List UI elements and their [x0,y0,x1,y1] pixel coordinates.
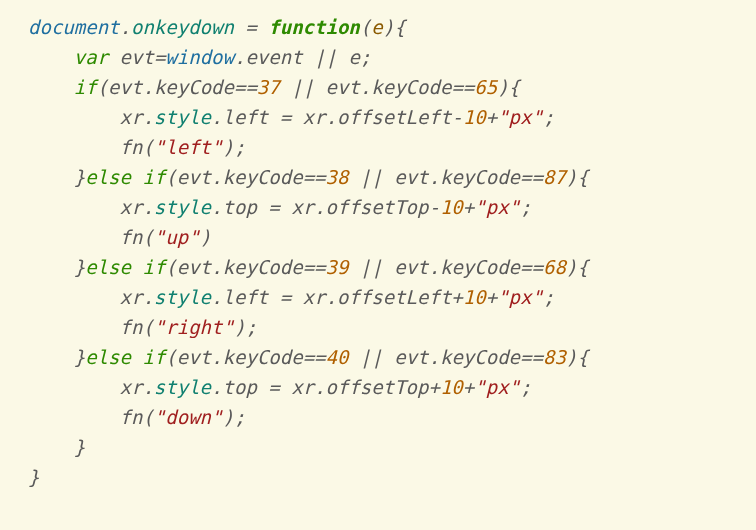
tok-paren-open: ( [165,256,176,278]
tok-dot: . [234,46,245,68]
tok-dot: . [211,376,222,398]
tok-paren-close: ) [223,406,234,428]
tok-px: "px" [474,376,520,398]
tok-plus: + [428,376,439,398]
tok-px: "px" [474,196,520,218]
tok-str-left: "left" [154,136,223,158]
tok-eqeq: == [303,346,326,368]
tok-assign: = [268,286,302,308]
code-line: document.onkeydown = function(e){ [28,16,406,38]
tok-dot: . [429,346,440,368]
tok-onkeydown: onkeydown [131,16,234,38]
tok-brace-open: { [577,256,588,278]
tok-assign: = [268,106,302,128]
tok-semi: ; [520,196,531,218]
tok-top: top [223,376,257,398]
tok-dot: . [142,376,153,398]
tok-evt: evt [108,76,142,98]
tok-paren-open: ( [165,346,176,368]
code-line: }else if(evt.keyCode==38 || evt.keyCode=… [28,166,589,188]
tok-paren-open: ( [142,316,153,338]
code-line: fn("up") [28,226,211,248]
tok-semi: ; [543,286,554,308]
tok-indent [28,436,74,458]
tok-paren-open: ( [165,166,176,188]
code-line: }else if(evt.keyCode==39 || evt.keyCode=… [28,256,589,278]
tok-indent [28,136,120,158]
tok-xr: xr [120,376,143,398]
tok-indent [28,406,120,428]
tok-or: || [348,256,394,278]
tok-style: style [154,196,211,218]
tok-plus: + [486,106,497,128]
code-line: }else if(evt.keyCode==40 || evt.keyCode=… [28,346,589,368]
tok-eqeq: == [234,76,257,98]
tok-evt: evt [394,346,428,368]
tok-dot: . [211,106,222,128]
tok-minus: - [451,106,462,128]
tok-evt: evt [394,166,428,188]
tok-dot: . [120,16,131,38]
tok-evt: evt [177,346,211,368]
tok-paren-open: ( [142,226,153,248]
tok-eqeq: == [520,346,543,368]
code-block: document.onkeydown = function(e){ var ev… [28,12,740,492]
tok-eqeq: == [303,166,326,188]
tok-xr: xr [303,106,326,128]
tok-plus: + [463,196,474,218]
tok-indent [28,76,74,98]
code-line: } [28,466,39,488]
tok-dot: . [326,286,337,308]
tok-keycode: keyCode [440,346,520,368]
tok-10: 10 [440,376,463,398]
tok-65: 65 [474,76,497,98]
tok-var: var [74,46,108,68]
tok-sp [131,346,142,368]
tok-if: if [74,76,97,98]
tok-keycode: keyCode [223,256,303,278]
tok-keycode: keyCode [440,256,520,278]
tok-paren-open: ( [142,136,153,158]
tok-fn: fn [120,316,143,338]
code-line: fn("left"); [28,136,245,158]
code-line: fn("down"); [28,406,245,428]
tok-indent [28,256,74,278]
tok-plus: + [451,286,462,308]
tok-brace-close: } [74,346,85,368]
tok-dot: . [142,106,153,128]
tok-indent [28,346,74,368]
tok-paren-close: ) [566,346,577,368]
tok-paren-open: ( [360,16,371,38]
tok-paren-close: ) [223,136,234,158]
tok-dot: . [429,256,440,278]
tok-eqeq: == [451,76,474,98]
tok-dot: . [326,106,337,128]
tok-event: event [245,46,302,68]
tok-style: style [154,106,211,128]
tok-paren-open: ( [97,76,108,98]
tok-sp [108,46,119,68]
tok-keycode: keyCode [223,166,303,188]
tok-paren-close: ) [234,316,245,338]
tok-68: 68 [543,256,566,278]
tok-or: || [348,166,394,188]
tok-paren-close: ) [383,16,394,38]
code-line: fn("right"); [28,316,257,338]
tok-brace-close: } [74,166,85,188]
tok-function: function [268,16,360,38]
tok-keycode: keyCode [223,346,303,368]
tok-dot: . [211,346,222,368]
tok-or: || [280,76,326,98]
tok-else: else [85,346,131,368]
tok-10: 10 [463,106,486,128]
tok-eqeq: == [520,256,543,278]
tok-indent [28,316,120,338]
tok-brace-close: } [74,256,85,278]
tok-indent [28,376,120,398]
tok-px: "px" [497,286,543,308]
tok-indent [28,286,120,308]
tok-brace-open: { [509,76,520,98]
tok-dot: . [429,166,440,188]
tok-xr: xr [291,196,314,218]
tok-semi: ; [245,316,256,338]
